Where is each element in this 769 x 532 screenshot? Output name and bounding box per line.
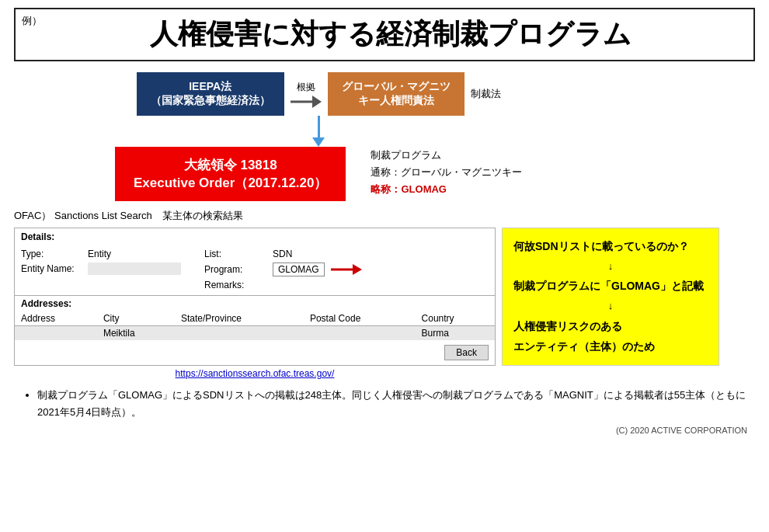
eo-wrapper: 大統領令 13818 Executive Order（2017.12.20） 制… [115,147,522,201]
addr-address [15,326,97,341]
glomag-arrow-right [331,264,362,275]
program-label: Program: [204,264,266,275]
rei-label: 例） [22,14,42,28]
table-row: Meiktila Burma [15,326,495,341]
remarks-row: Remarks: [204,280,362,290]
details-body: Type: Entity Entity Name: List: SDN [15,245,495,295]
callout-arrow1: ↓ [513,257,708,276]
address-table: Address City State/Province Postal Code … [15,311,495,340]
callout-line1: 何故SDNリストに載っているのか？ [513,236,708,257]
ofac-url[interactable]: https://sanctionssearch.ofac.treas.gov/ [14,368,496,379]
entity-name-row: Entity Name: [21,263,181,275]
list-row: List: SDN [204,249,362,259]
arrow-line [318,116,320,137]
details-box: Details: Type: Entity Entity Name: [14,228,496,366]
copyright: (C) 2020 ACTIVE CORPORATION [14,426,755,435]
callout-arrow2: ↓ [513,297,708,316]
addr-state [175,326,304,341]
details-header: Details: [15,228,495,245]
ofac-label: OFAC） Sanctions List Search 某主体の検索結果 [14,209,755,223]
back-button[interactable]: Back [444,345,489,360]
right-arrow-shape [291,96,322,108]
entity-name-label: Entity Name: [21,263,83,274]
eo-description: 制裁プログラム 通称：グローバル・マグニツキー 略称：GLOMAG [371,147,522,198]
program-row: Program: GLOMAG [204,263,362,276]
arrow-down-blue [312,116,325,147]
back-button-row: Back [15,340,495,365]
type-value: Entity [88,249,111,259]
type-row: Type: Entity [21,249,181,259]
addr-col-state: State/Province [175,311,304,326]
details-column: Details: Type: Entity Entity Name: [14,228,496,379]
addr-col-country: Country [416,311,495,326]
remarks-label: Remarks: [204,280,266,290]
arrow-tip [312,137,325,147]
list-label: List: [204,249,266,259]
addr-col-address: Address [15,311,97,326]
ieepa-box: IEEPA法 （国家緊急事態経済法） [137,72,284,116]
page-title: 人権侵害に対する経済制裁プログラム [22,16,744,54]
details-right: List: SDN Program: GLOMAG Remarks: [204,249,362,290]
details-left: Type: Entity Entity Name: [21,249,181,290]
addr-col-postal: Postal Code [304,311,416,326]
konko-label: 根拠 [297,81,315,94]
flow-top-left: IEEPA法 （国家緊急事態経済法） 根拠 グローバル・マグニツ キー人権問責法… [115,72,522,201]
callout-box: 何故SDNリストに載っているのか？ ↓ 制裁プログラムに「GLOMAG」と記載 … [502,228,719,366]
program-value: GLOMAG [273,263,325,276]
flow-diagram: IEEPA法 （国家緊急事態経済法） 根拠 グローバル・マグニツ キー人権問責法… [14,72,755,201]
entity-name-field [88,263,181,275]
addr-col-city: City [97,311,175,326]
bullet-section: 制裁プログラム「GLOMAG」によるSDNリストへの掲載は248主体。同じく人権… [14,387,755,421]
addresses-header: Addresses: [15,295,495,311]
bullet-item: 制裁プログラム「GLOMAG」によるSDNリストへの掲載は248主体。同じく人権… [37,387,747,421]
sanctions-law-label: 制裁法 [471,87,501,101]
type-label: Type: [21,249,83,259]
list-value: SDN [273,249,292,259]
addr-postal [304,326,416,341]
addr-country: Burma [416,326,495,341]
callout-line5: エンティティ（主体）のため [513,336,708,357]
flow-row1: IEEPA法 （国家緊急事態経済法） 根拠 グローバル・マグニツ キー人権問責法… [137,72,501,116]
flow-arrow-right: 根拠 [291,81,322,108]
main-content-row: Details: Type: Entity Entity Name: [14,228,755,379]
eo-box: 大統領令 13818 Executive Order（2017.12.20） [115,147,346,201]
title-box: 例） 人権侵害に対する経済制裁プログラム [14,8,755,61]
callout-line2: 制裁プログラムに「GLOMAG」と記載 [513,276,708,297]
magnit-box: グローバル・マグニツ キー人権問責法 [328,72,465,116]
callout-line4: 人権侵害リスクのある [513,316,708,337]
addr-city: Meiktila [97,326,175,341]
